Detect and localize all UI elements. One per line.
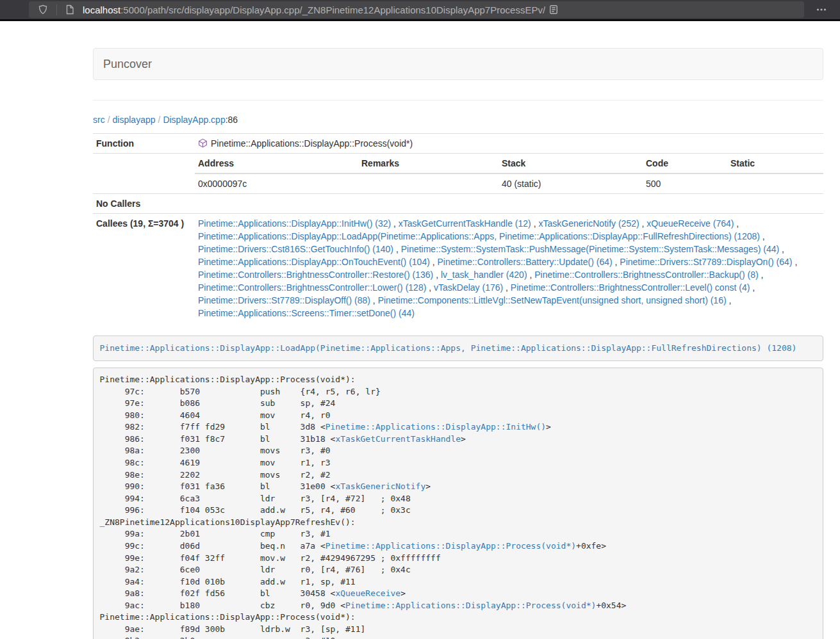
breadcrumb-separator: / [156,115,163,125]
function-name-cell: Pinetime::Applications::DisplayApp::Proc… [195,134,823,154]
callee-link[interactable]: xQueueReceive (764) [646,218,734,229]
table-row: Callees (19, Σ=3704 ) Pinetime::Applicat… [93,214,823,323]
no-callers-cell [195,194,823,214]
breadcrumb-link-file[interactable]: DisplayApp.cpp [163,115,225,125]
no-callers-label: No Callers [93,194,195,214]
url-text[interactable]: localhost:5000/path/src/displayapp/Displ… [83,4,545,15]
url-path: :5000/path/src/displayapp/DisplayApp.cpp… [120,4,545,15]
disassembly-symbol-link[interactable]: Pinetime::Applications::DisplayApp::Proc… [345,601,596,610]
callee-link[interactable]: Pinetime::Applications::DisplayApp::Load… [198,231,760,241]
callee-link[interactable]: Pinetime::Controllers::BrightnessControl… [198,282,426,293]
package-icon [198,138,208,148]
disassembly-symbol-link[interactable]: xTaskGenericNotify [335,481,425,491]
breadcrumb-separator: / [105,115,113,125]
table-row: Function Pinetime::Applications::Display… [93,134,823,154]
callee-link[interactable]: Pinetime::Drivers::St7789::DisplayOff() … [198,295,370,305]
reader-mode-button[interactable] [545,1,562,18]
snippet-load-app-link[interactable]: Pinetime::Applications::DisplayApp::Load… [100,343,797,353]
callee-link[interactable]: lv_task_handler (420) [441,270,527,280]
empty-row-label [93,154,195,194]
browser-toolbar: localhost:5000/path/src/displayapp/Displ… [0,0,840,21]
callees-cell: Pinetime::Applications::DisplayApp::Init… [195,214,823,323]
table-row: 0x0000097c 40 (static) 500 [195,174,823,193]
function-row-label: Function [93,134,195,154]
stack-value: 40 (static) [498,174,643,193]
app-navbar: Puncover [93,48,823,80]
column-header-remarks: Remarks [358,154,498,174]
breadcrumb-line-number: :86 [226,115,238,125]
callee-link[interactable]: vTaskDelay (176) [434,282,503,293]
urlbar-divider [56,4,57,15]
callee-link[interactable]: Pinetime::Applications::DisplayApp::Init… [198,218,391,229]
callee-link[interactable]: Pinetime::Applications::DisplayApp::OnTo… [198,257,430,267]
breadcrumb: src/displayapp/DisplayApp.cpp:86 [93,113,823,126]
disassembly-symbol-link[interactable]: xQueueReceive [335,588,400,598]
table-header-row: Address Remarks Stack Code Static [195,154,823,174]
column-header-code: Code [643,154,727,174]
callees-label: Callees (19, Σ=3704 ) [93,214,195,323]
disassembly-box: Pinetime::Applications::DisplayApp::Proc… [93,368,823,639]
remarks-value [358,174,498,193]
callee-link[interactable]: xTaskGetCurrentTaskHandle (12) [399,218,531,229]
disassembly-symbol-link[interactable]: Pinetime::Applications::DisplayApp::Init… [325,422,546,432]
table-row: No Callers [93,194,823,214]
meatball-menu-icon [816,4,827,15]
code-value: 500 [643,174,727,193]
function-name: Pinetime::Applications::DisplayApp::Proc… [211,138,413,149]
function-table: Function Pinetime::Applications::Display… [93,133,823,323]
page-icon [65,4,74,15]
url-bar[interactable]: localhost:5000/path/src/displayapp/Displ… [29,1,804,18]
url-host: localhost [83,4,120,15]
disassembly-symbol-link[interactable]: xTaskGetCurrentTaskHandle [335,434,461,444]
callee-link[interactable]: Pinetime::Controllers::BrightnessControl… [534,270,758,280]
column-header-address: Address [195,154,358,174]
metrics-cell: Address Remarks Stack Code Static 0x0000… [195,154,823,194]
shield-icon [38,4,48,15]
static-value [727,174,823,193]
table-row: Address Remarks Stack Code Static 0x0000… [93,154,823,194]
callee-link[interactable]: xTaskGenericNotify (252) [538,218,639,229]
metrics-table: Address Remarks Stack Code Static 0x0000… [195,154,823,193]
disassembly-symbol-link[interactable]: Pinetime::Applications::DisplayApp::Proc… [325,541,576,551]
page-info-icon[interactable] [62,1,78,18]
column-header-stack: Stack [498,154,643,174]
tracking-protection-shield-icon[interactable] [34,1,52,18]
breadcrumb-link-displayapp[interactable]: displayapp [113,115,156,125]
page-container: Puncover src/displayapp/DisplayApp.cpp:8… [93,48,823,639]
address-value: 0x0000097c [195,174,358,193]
app-brand[interactable]: Puncover [94,49,161,79]
divider [93,100,823,101]
callee-link[interactable]: Pinetime::Controllers::Battery::Update()… [438,257,613,267]
callee-link[interactable]: Pinetime::System::SystemTask::PushMessag… [401,244,780,254]
page-actions-menu-button[interactable] [812,1,831,18]
callee-link[interactable]: Pinetime::Drivers::St7789::DisplayOn() (… [620,257,792,267]
reader-mode-icon [549,4,558,15]
callee-link[interactable]: Pinetime::Drivers::Cst816S::GetTouchInfo… [198,244,393,254]
callee-link[interactable]: Pinetime::Applications::Screens::Timer::… [198,308,415,318]
breadcrumb-link-src[interactable]: src [93,115,105,125]
column-header-static: Static [727,154,823,174]
callee-link[interactable]: Pinetime::Controllers::BrightnessControl… [511,282,750,293]
callee-link[interactable]: Pinetime::Components::LittleVgl::SetNewT… [378,295,727,305]
snippet-box: Pinetime::Applications::DisplayApp::Load… [93,336,823,361]
callee-link[interactable]: Pinetime::Controllers::BrightnessControl… [198,270,433,280]
